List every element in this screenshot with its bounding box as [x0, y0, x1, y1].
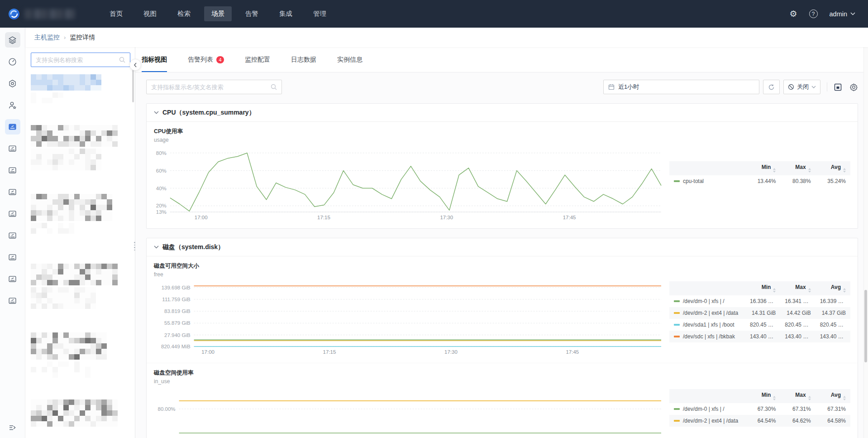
gear-icon [849, 83, 858, 91]
legend-row[interactable]: /dev/dm-0 | xfs | /67.30%67.31%67.31% [669, 403, 850, 415]
tab-alert-list[interactable]: 告警列表 4 [188, 47, 224, 72]
scene-icon-rail [0, 28, 25, 438]
legend-sort-header[interactable]: Min [745, 161, 780, 175]
instance-list-scrollbar[interactable] [132, 70, 134, 102]
menu-item-home[interactable]: 首页 [102, 6, 130, 21]
redacted-instance-item[interactable] [31, 194, 130, 239]
rail-item-scene-7[interactable] [5, 271, 20, 287]
legend-sort-header[interactable]: Avg [816, 389, 850, 403]
cpu-section-header[interactable]: CPU（system.cpu_summary） [147, 104, 858, 122]
time-range-picker[interactable]: 近1小时 [603, 80, 759, 94]
tab-metric-view[interactable]: 指标视图 [142, 47, 167, 72]
legend-row[interactable]: /dev/sdc | xfs | /bkbak143.40 GiB143.40 … [669, 331, 850, 342]
layers-icon [8, 36, 17, 44]
help-icon[interactable]: ? [809, 10, 818, 18]
panel-resize-handle[interactable] [134, 242, 135, 250]
rail-item-scene-4[interactable] [5, 206, 20, 221]
cpu-usage-chart[interactable]: 80%60%40%20%13%17:0017:1517:3017:45 [154, 145, 665, 223]
disk-free-legend: MinMaxAvg/dev/dm-0 | xfs | /16.336 GiB16… [669, 279, 850, 357]
monitor-icon [8, 188, 17, 197]
user-menu[interactable]: admin [830, 10, 856, 18]
svg-text:17:15: 17:15 [323, 349, 336, 355]
rail-item-scene-3[interactable] [5, 184, 20, 200]
rail-item-user-star[interactable] [5, 97, 20, 113]
rail-item-scene-1[interactable] [5, 141, 20, 156]
disk-in-use-chart[interactable]: 80.00%60.00% [154, 386, 665, 438]
settings-gear-icon[interactable]: ⚙ [789, 10, 797, 18]
brand-logo[interactable] [8, 8, 94, 20]
redacted-instance-item[interactable] [31, 125, 130, 170]
chart-metric-name: in_use [154, 378, 850, 385]
legend-row[interactable]: /dev/dm-2 | ext4 | /data14.31 GiB14.42 G… [669, 307, 850, 319]
cpu-usage-panel: CPU使用率 usage 80%60%40%20%13%17:0017:1517… [147, 122, 858, 228]
refresh-interval-value: 关闭 [797, 83, 809, 91]
menu-item-admin[interactable]: 管理 [306, 6, 334, 21]
legend-sort-header[interactable]: Min [745, 389, 780, 403]
disk-in-use-legend: MinMaxAvg/dev/dm-0 | xfs | /67.30%67.31%… [669, 386, 850, 438]
monitor-icon [8, 253, 17, 262]
rail-item-layers[interactable] [5, 32, 20, 48]
page-scrollbar-thumb[interactable] [864, 290, 867, 362]
tab-log-data[interactable]: 日志数据 [291, 47, 316, 72]
menu-item-views[interactable]: 视图 [136, 6, 164, 21]
legend-sort-header[interactable]: Max [780, 389, 815, 403]
chevron-down-icon [154, 111, 159, 114]
svg-text:17:00: 17:00 [201, 349, 215, 355]
legend-row[interactable]: /dev/sda1 | xfs | /boot820.45 MiB820.45 … [669, 319, 850, 331]
calendar-icon [608, 84, 615, 90]
svg-text:111.759 GiB: 111.759 GiB [162, 297, 191, 302]
rail-item-host-monitoring[interactable] [5, 119, 20, 135]
search-icon [271, 84, 277, 90]
tab-monitor-config[interactable]: 监控配置 [245, 47, 270, 72]
svg-text:80%: 80% [156, 150, 167, 156]
breadcrumb-parent[interactable]: 主机监控 [34, 34, 60, 42]
disk-free-panel: 磁盘可用空间大小 free 139.698 GiB111.759 GiB83.8… [147, 256, 858, 363]
legend-sort-header[interactable]: Max [780, 281, 815, 295]
metric-search-input[interactable] [151, 84, 271, 91]
disk-section-header[interactable]: 磁盘（system.disk） [147, 238, 858, 256]
instance-search-input[interactable] [36, 57, 119, 63]
collapse-sidebar-icon[interactable] [8, 424, 17, 432]
rail-item-scene-2[interactable] [5, 163, 20, 178]
rail-item-scene-8[interactable] [5, 293, 20, 308]
svg-text:139.698 GiB: 139.698 GiB [162, 285, 191, 290]
redacted-instance-item[interactable] [31, 74, 130, 103]
svg-text:40%: 40% [156, 186, 167, 191]
menu-item-integrations[interactable]: 集成 [272, 6, 300, 21]
disk-section-title: 磁盘（system.disk） [162, 243, 224, 251]
collapse-panel-button[interactable] [129, 59, 141, 71]
chart-title: 磁盘可用空间大小 [154, 262, 850, 270]
legend-sort-header[interactable]: Min [745, 281, 780, 295]
redacted-instance-item[interactable] [31, 332, 130, 378]
menu-item-scenes[interactable]: 场景 [204, 6, 232, 21]
brand-name-redacted [24, 9, 75, 19]
layout-button[interactable] [834, 83, 842, 91]
rail-item-dashboard[interactable] [5, 54, 20, 69]
redacted-instance-item[interactable] [31, 399, 130, 427]
monitor-icon [8, 231, 17, 240]
legend-sort-header[interactable]: Max [780, 161, 815, 175]
disk-free-chart[interactable]: 139.698 GiB111.759 GiB83.819 GiB55.879 G… [154, 279, 665, 357]
ban-icon [788, 84, 794, 90]
menu-item-alerts[interactable]: 告警 [238, 6, 266, 21]
legend-row[interactable]: cpu-total13.44%80.38%35.24% [669, 175, 850, 187]
rail-item-scene-5[interactable] [5, 228, 20, 243]
chart-settings-button[interactable] [849, 83, 858, 91]
svg-text:27.940 GiB: 27.940 GiB [164, 332, 191, 338]
refresh-button[interactable] [763, 80, 780, 94]
legend-row[interactable]: /dev/dm-2 | ext4 | /data64.54%64.62%64.5… [669, 415, 850, 427]
rail-item-scene-6[interactable] [5, 250, 20, 265]
refresh-interval-select[interactable]: 关闭 [783, 80, 820, 94]
user-star-icon [8, 101, 17, 110]
rail-item-services[interactable] [5, 76, 20, 91]
tab-instance-info[interactable]: 实例信息 [337, 47, 362, 72]
legend-row[interactable]: /dev/dm-0 | xfs | /16.336 GiB16.341 GiB1… [669, 295, 850, 307]
gauge-icon [8, 58, 17, 66]
legend-sort-header[interactable]: Avg [816, 281, 850, 295]
menu-item-explore[interactable]: 检索 [170, 6, 198, 21]
chart-title: CPU使用率 [154, 128, 850, 135]
redacted-instance-item[interactable] [31, 264, 130, 309]
monitor-icon [8, 210, 17, 218]
legend-sort-header[interactable]: Avg [816, 161, 850, 175]
hexagon-gear-icon [8, 79, 17, 88]
